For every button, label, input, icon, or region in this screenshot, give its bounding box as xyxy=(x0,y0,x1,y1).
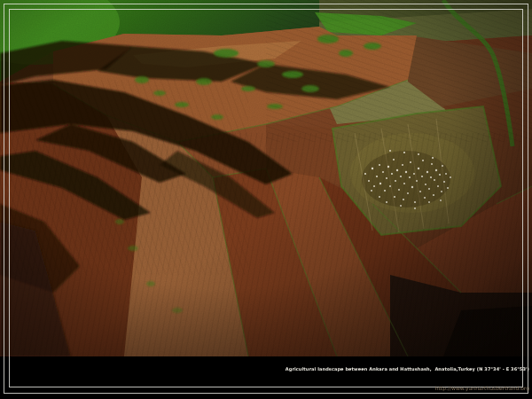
wallpaper: Agricultural landscape between Ankara an… xyxy=(0,0,532,399)
film-grain xyxy=(0,0,532,356)
caption-photo-url: http://www.yannarthusbertrand.org xyxy=(286,385,529,391)
aerial-photo xyxy=(0,0,532,356)
caption-photo-title: Agricultural landscape between Ankara an… xyxy=(286,366,529,372)
caption: Agricultural landscape between Ankara an… xyxy=(286,354,529,399)
